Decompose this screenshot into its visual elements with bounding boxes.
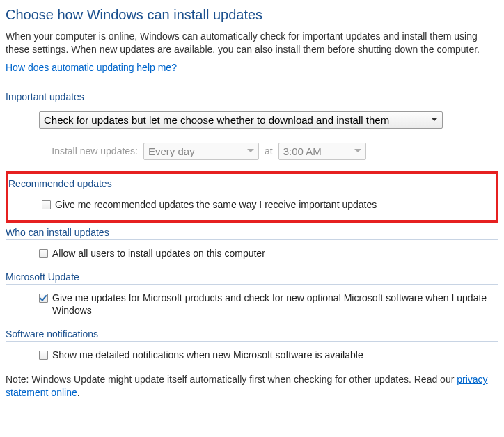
- section-header-recommended: Recommended updates: [8, 178, 496, 191]
- notifications-checkbox[interactable]: [39, 351, 48, 360]
- schedule-label: Install new updates:: [39, 145, 138, 157]
- notifications-checkbox-row: Show me detailed notifications when new …: [6, 349, 498, 362]
- chevron-down-icon: [354, 149, 361, 153]
- page-description: When your computer is online, Windows ca…: [6, 30, 498, 56]
- microsoft-update-checkbox[interactable]: [39, 294, 48, 303]
- section-header-important: Important updates: [6, 91, 498, 104]
- section-header-msupdate: Microsoft Update: [6, 271, 498, 285]
- page-title: Choose how Windows can install updates: [6, 7, 498, 23]
- section-software-notifications: Software notifications Show me detailed …: [6, 328, 498, 362]
- at-label: at: [265, 145, 273, 157]
- chevron-down-icon: [247, 149, 254, 153]
- note-prefix: Note: Windows Update might update itself…: [6, 374, 457, 385]
- section-important-updates: Important updates Check for updates but …: [6, 91, 498, 160]
- section-header-who: Who can install updates: [6, 227, 498, 240]
- section-who-can-install: Who can install updates Allow all users …: [6, 227, 498, 260]
- microsoft-update-label: Give me updates for Microsoft products a…: [52, 292, 498, 318]
- recommended-checkbox-row: Give me recommended updates the same way…: [8, 198, 496, 212]
- recommended-checkbox-label: Give me recommended updates the same way…: [55, 198, 377, 212]
- section-microsoft-update: Microsoft Update Give me updates for Mic…: [6, 271, 498, 318]
- frequency-value: Every day: [148, 145, 195, 157]
- highlight-recommended: Recommended updates Give me recommended …: [6, 171, 498, 223]
- update-mode-value: Check for updates but let me choose whet…: [44, 114, 389, 126]
- frequency-dropdown[interactable]: Every day: [143, 143, 259, 160]
- notifications-label: Show me detailed notifications when new …: [52, 349, 363, 362]
- allow-all-users-checkbox[interactable]: [39, 249, 48, 258]
- section-header-notifications: Software notifications: [6, 328, 498, 342]
- time-dropdown[interactable]: 3:00 AM: [278, 143, 366, 160]
- note-suffix: .: [77, 387, 80, 398]
- time-value: 3:00 AM: [283, 145, 322, 157]
- recommended-checkbox[interactable]: [42, 200, 51, 209]
- help-link[interactable]: How does automatic updating help me?: [6, 62, 177, 73]
- note-text: Note: Windows Update might update itself…: [6, 373, 498, 399]
- chevron-down-icon: [431, 118, 438, 122]
- update-mode-dropdown[interactable]: Check for updates but let me choose whet…: [39, 111, 443, 129]
- schedule-row: Install new updates: Every day at 3:00 A…: [39, 143, 498, 160]
- msupdate-checkbox-row: Give me updates for Microsoft products a…: [6, 292, 498, 318]
- who-checkbox-row: Allow all users to install updates on th…: [6, 247, 498, 260]
- allow-all-users-label: Allow all users to install updates on th…: [52, 247, 265, 260]
